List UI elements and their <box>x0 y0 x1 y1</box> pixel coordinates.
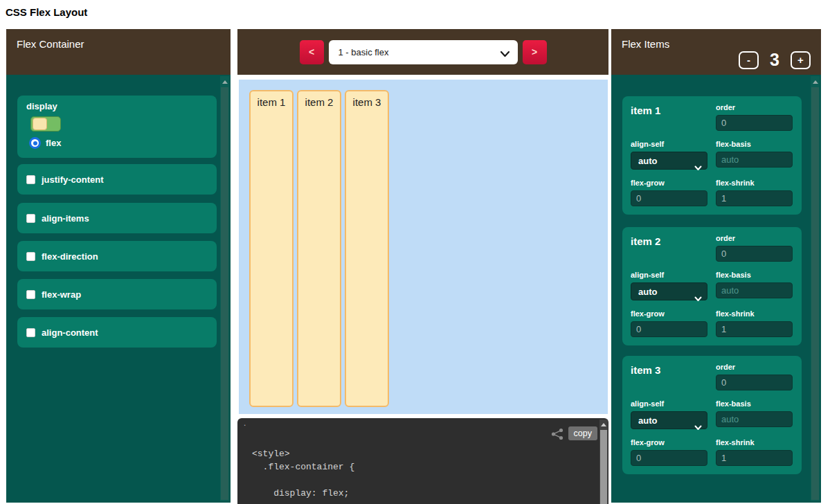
flex-items-body: item 1 order align-self auto <box>611 75 821 503</box>
flex-items-title: Flex Items <box>622 38 669 50</box>
item-card-2: item 2 order align-self auto <box>622 227 802 345</box>
display-toggle[interactable] <box>30 116 61 132</box>
align-self-label: align-self <box>631 271 707 279</box>
example-next-button[interactable]: > <box>523 40 547 64</box>
flex-shrink-field: flex-shrink <box>716 438 793 466</box>
order-label: order <box>716 363 793 371</box>
scroll-up-icon[interactable] <box>813 80 818 84</box>
flex-basis-label: flex-basis <box>716 271 793 279</box>
order-label: order <box>716 103 793 111</box>
copy-button[interactable]: copy <box>568 426 597 440</box>
right-panel-scrollbar[interactable] <box>811 76 820 501</box>
flex-grow-field: flex-grow <box>631 179 707 206</box>
justify-content-checkbox[interactable] <box>26 175 35 184</box>
code-panel: . copy <style> .flex-container { display… <box>237 418 608 504</box>
flex-wrap-checkbox[interactable] <box>26 290 35 299</box>
item-card-2-title: item 2 <box>631 234 707 262</box>
align-self-select[interactable]: auto <box>631 282 707 300</box>
flex-grow-input[interactable] <box>631 321 707 337</box>
item-card-3-title: item 3 <box>631 363 707 390</box>
flex-preview-item-1: item 1 <box>249 90 294 407</box>
flex-grow-input[interactable] <box>631 450 707 466</box>
flex-grow-input[interactable] <box>631 190 707 206</box>
flex-preview-item-2: item 2 <box>297 90 341 407</box>
flex-container-title: Flex Container <box>17 38 84 50</box>
example-select[interactable]: 1 - basic flex <box>329 40 518 64</box>
flex-container-body: display flex justify-content align-items… <box>6 75 231 503</box>
code-stray-dot: . <box>244 418 246 428</box>
flex-basis-label: flex-basis <box>716 399 793 408</box>
example-picker-bar: < 1 - basic flex > <box>237 29 608 75</box>
flex-grow-label: flex-grow <box>631 438 707 447</box>
order-input[interactable] <box>716 115 793 131</box>
preview-panel: < 1 - basic flex > item 1 item 2 item 3 … <box>237 29 608 504</box>
prop-card-flex-direction[interactable]: flex-direction <box>17 241 217 271</box>
flex-basis-input[interactable] <box>716 282 793 298</box>
flex-basis-field: flex-basis <box>716 271 793 300</box>
flex-radio-dot <box>33 141 37 145</box>
align-content-checkbox[interactable] <box>26 328 35 337</box>
flex-wrap-label: flex-wrap <box>42 289 81 300</box>
prop-card-justify-content[interactable]: justify-content <box>17 164 217 195</box>
order-label: order <box>716 234 793 242</box>
display-label: display <box>26 101 57 111</box>
align-self-field: align-self auto <box>631 399 707 429</box>
items-count-decrement-button[interactable]: - <box>739 51 759 69</box>
example-select-wrap: 1 - basic flex <box>329 40 518 64</box>
order-field: order <box>716 363 793 390</box>
items-count-increment-button[interactable]: + <box>791 51 811 69</box>
flex-shrink-label: flex-shrink <box>716 309 793 318</box>
item-card-1-title: item 1 <box>631 103 707 131</box>
justify-content-label: justify-content <box>42 174 104 185</box>
code-scroll-up-icon[interactable] <box>601 423 606 426</box>
prop-card-align-content[interactable]: align-content <box>17 317 217 348</box>
flex-grow-field: flex-grow <box>631 438 707 466</box>
flex-radio-row: flex <box>29 137 61 149</box>
align-self-select[interactable]: auto <box>631 411 707 429</box>
page-title: CSS Flex Layout <box>6 6 87 18</box>
display-card: display flex <box>17 96 217 158</box>
scroll-up-icon[interactable] <box>222 80 228 84</box>
left-panel-scrollbar-thumb[interactable] <box>221 87 228 500</box>
order-input[interactable] <box>716 375 793 390</box>
example-prev-button[interactable]: < <box>300 40 324 64</box>
code-scrollbar-thumb[interactable] <box>600 430 607 504</box>
items-count: 3 <box>763 50 786 70</box>
flex-shrink-input[interactable] <box>716 450 793 466</box>
flex-shrink-field: flex-shrink <box>716 309 793 337</box>
right-panel-scrollbar-thumb[interactable] <box>811 87 819 500</box>
flex-preview-container: item 1 item 2 item 3 <box>239 80 608 414</box>
order-field: order <box>716 234 793 262</box>
flex-direction-label: flex-direction <box>42 251 98 262</box>
flex-basis-input[interactable] <box>716 411 793 427</box>
flex-items-panel: Flex Items - 3 + item 1 order align-self… <box>611 29 821 503</box>
flex-radio[interactable] <box>29 137 41 149</box>
left-panel-scrollbar[interactable] <box>220 76 229 501</box>
code-scrollbar[interactable] <box>599 420 608 504</box>
display-toggle-knob <box>33 118 47 130</box>
flex-grow-label: flex-grow <box>631 179 707 187</box>
flex-preview-item-3: item 3 <box>345 90 389 407</box>
flex-shrink-input[interactable] <box>716 321 793 337</box>
align-self-label: align-self <box>631 140 707 148</box>
flex-shrink-input[interactable] <box>716 190 793 206</box>
flex-shrink-field: flex-shrink <box>716 179 793 206</box>
order-input[interactable] <box>716 246 793 262</box>
prop-card-flex-wrap[interactable]: flex-wrap <box>17 279 217 309</box>
flex-items-header: Flex Items - 3 + <box>611 29 821 75</box>
align-self-field: align-self auto <box>631 271 707 300</box>
share-icon[interactable] <box>550 428 564 443</box>
align-self-select[interactable]: auto <box>631 152 707 170</box>
flex-basis-input[interactable] <box>716 152 793 168</box>
items-count-stepper: - 3 + <box>739 50 811 70</box>
flex-direction-checkbox[interactable] <box>26 252 35 261</box>
flex-grow-field: flex-grow <box>631 309 707 337</box>
item-card-1: item 1 order align-self auto <box>622 96 802 215</box>
align-items-checkbox[interactable] <box>26 214 35 223</box>
flex-basis-field: flex-basis <box>716 140 793 170</box>
prop-card-align-items[interactable]: align-items <box>17 203 217 233</box>
flex-basis-label: flex-basis <box>716 140 793 148</box>
order-field: order <box>716 103 793 131</box>
align-self-field: align-self auto <box>631 140 707 170</box>
flex-shrink-label: flex-shrink <box>716 179 793 187</box>
